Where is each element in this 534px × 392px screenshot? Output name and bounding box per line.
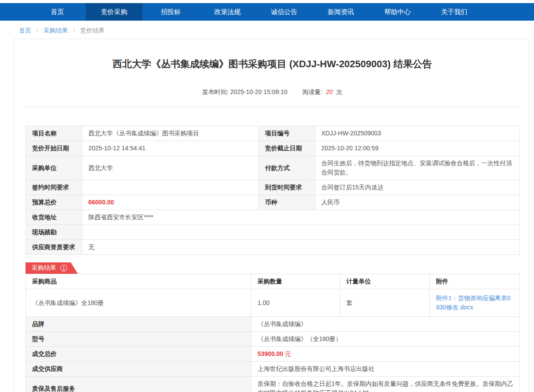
nav-item-integrity-notice[interactable]: 诚信公告	[256, 3, 312, 21]
currency-value: 人民币	[315, 195, 520, 210]
purchase-result-badge-label: 采购结果	[32, 264, 56, 272]
table-header-row: 采购商品 采购数量 计量单位 附件	[26, 274, 520, 289]
product-column-header: 采购商品	[26, 274, 251, 289]
table-row: 型号 《丛书集成续编》（全180册）	[26, 332, 520, 347]
purchaser-value: 西北大学	[82, 156, 259, 180]
table-row: 收货地址 陕西省西安市长安区****	[26, 210, 520, 225]
signing-time-label: 签约时间要求	[26, 180, 82, 195]
quantity-column-header: 采购数量	[251, 274, 340, 289]
model-label: 型号	[26, 332, 251, 347]
model-value: 《丛书集成续编》（全180册）	[251, 332, 520, 347]
project-name-label: 项目名称	[26, 126, 82, 141]
supplier-qualification-label: 供应商资质要求	[26, 240, 82, 255]
table-row: 签约时间要求 到货时间要求 合同签订后15天内送达	[26, 180, 520, 195]
deal-price-unit: 元	[285, 350, 291, 357]
table-row: 预算总价 66000.00 币种 人民币	[26, 195, 520, 210]
result-count-badge: 1	[60, 265, 67, 272]
payment-method-value: 合同生效后，待货物到达指定地点、安装调试验收合格后，一次性付清合同货款。	[315, 156, 520, 180]
nav-item-home[interactable]: 首页	[29, 3, 86, 21]
purchase-result-badge: 采购结果 1	[25, 262, 78, 274]
main-navigation: 首页 竞价采购 招投标 政策法规 诚信公告 新闻资讯 帮助中心 关于我们	[0, 3, 534, 21]
breadcrumb: 首页 / 采购结果 / 竞价结果	[19, 27, 534, 35]
unit-column-header: 计量单位	[340, 274, 430, 289]
winning-supplier-label: 成交供应商	[26, 362, 251, 377]
nav-item-about-us[interactable]: 关于我们	[426, 3, 483, 21]
bid-start-label: 竞价开始日期	[26, 141, 82, 156]
bid-end-value: 2025-10-20 12:00:59	[315, 141, 520, 156]
page-title: 西北大学《丛书集成续编》图书采购项目 (XDJJ-HW-202509003) 结…	[25, 58, 519, 71]
attachment-download-link[interactable]: 附件1：货物类响应偏离表0930修改.docx	[436, 294, 511, 311]
warranty-service-label: 质保及售后服务	[26, 377, 251, 392]
unit-value: 套	[340, 289, 430, 317]
quantity-value: 1.00	[251, 289, 340, 317]
breadcrumb-home-link[interactable]: 首页	[19, 27, 31, 34]
nav-item-bidding-purchase[interactable]: 竞价采购	[86, 3, 142, 21]
brand-label: 品牌	[26, 317, 251, 332]
site-survey-label: 现场踏勘	[26, 225, 82, 240]
article-meta: 发布时间: 2025-10-20 15:08:10 阅读量: 20 次	[25, 87, 519, 96]
views-count: 20	[326, 88, 333, 95]
breadcrumb-purchase-results-link[interactable]: 采购结果	[44, 27, 68, 34]
breadcrumb-separator: /	[73, 27, 75, 34]
product-name-value: 《丛书集成续编》全180册	[26, 289, 251, 317]
publish-time-label: 发布时间:	[202, 88, 229, 95]
delivery-address-label: 收货地址	[26, 210, 82, 225]
top-spacer	[0, 0, 534, 3]
table-row: 品牌 《丛书集成续编》	[26, 317, 520, 332]
table-row: 质保及售后服务 质保期：自验收合格之日起1年。质保期内如有质量问题，供应商无条件…	[26, 377, 520, 392]
table-row: 供应商资质要求 无	[26, 240, 520, 255]
currency-label: 币种	[259, 195, 315, 210]
delivery-address-value: 陕西省西安市长安区****	[82, 210, 520, 225]
deal-total-price-value: 53900.00 元	[251, 347, 520, 362]
delivery-time-label: 到货时间要求	[259, 180, 315, 195]
deal-price-amount: 53900.00	[258, 350, 283, 357]
project-number-label: 项目编号	[259, 126, 315, 141]
table-row: 成交总价 53900.00 元	[26, 347, 520, 362]
bid-start-value: 2025-10-12 14:54:41	[82, 141, 259, 156]
breadcrumb-current-page: 竞价结果	[80, 27, 105, 34]
supplier-qualification-value: 无	[82, 240, 520, 255]
table-row: 现场踏勘	[26, 225, 520, 240]
nav-item-tender[interactable]: 招投标	[142, 3, 199, 21]
deal-total-price-label: 成交总价	[26, 347, 251, 362]
nav-item-policy[interactable]: 政策法规	[199, 3, 256, 21]
table-row: 采购单位 西北大学 付款方式 合同生效后，待货物到达指定地点、安装调试验收合格后…	[26, 156, 520, 180]
project-number-value: XDJJ-HW-202509003	[315, 126, 520, 141]
bid-end-label: 竞价截止日期	[259, 141, 315, 156]
purchaser-label: 采购单位	[26, 156, 82, 180]
budget-total-label: 预算总价	[26, 195, 82, 210]
breadcrumb-separator: /	[36, 27, 38, 34]
nav-item-news[interactable]: 新闻资讯	[312, 3, 369, 21]
nav-item-help-center[interactable]: 帮助中心	[369, 3, 426, 21]
delivery-time-value: 合同签订后15天内送达	[315, 180, 520, 195]
table-row: 竞价开始日期 2025-10-12 14:54:41 竞价截止日期 2025-1…	[26, 141, 520, 156]
signing-time-value	[82, 180, 259, 195]
attachment-column-header: 附件	[430, 274, 520, 289]
warranty-service-value: 质保期：自验收合格之日起1年。质保期内如有质量问题，供应商无条件免费更换。质保期…	[251, 377, 520, 392]
dashed-divider	[25, 107, 519, 107]
views-unit: 次	[336, 88, 342, 95]
result-item-row: 《丛书集成续编》全180册 1.00 套 附件1：货物类响应偏离表0930修改.…	[26, 289, 520, 317]
project-info-table: 项目名称 西北大学《丛书集成续编》图书采购项目 项目编号 XDJJ-HW-202…	[25, 126, 520, 255]
table-row: 项目名称 西北大学《丛书集成续编》图书采购项目 项目编号 XDJJ-HW-202…	[26, 126, 520, 141]
project-name-value: 西北大学《丛书集成续编》图书采购项目	[82, 126, 259, 141]
payment-method-label: 付款方式	[259, 156, 315, 180]
winning-supplier-value: 上海世纪出版股份有限公司上海书店出版社	[251, 362, 520, 377]
announcement-card: 西北大学《丛书集成续编》图书采购项目 (XDJJ-HW-202509003) 结…	[14, 39, 529, 392]
brand-value: 《丛书集成续编》	[251, 317, 520, 332]
table-row: 成交供应商 上海世纪出版股份有限公司上海书店出版社	[26, 362, 520, 377]
purchase-result-table: 采购商品 采购数量 计量单位 附件 《丛书集成续编》全180册 1.00 套 附…	[25, 274, 520, 392]
site-survey-value	[82, 225, 520, 240]
publish-time-value: 2025-10-20 15:08:10	[230, 88, 287, 95]
budget-total-value: 66000.00	[82, 195, 259, 210]
views-label: 阅读量:	[302, 88, 323, 95]
